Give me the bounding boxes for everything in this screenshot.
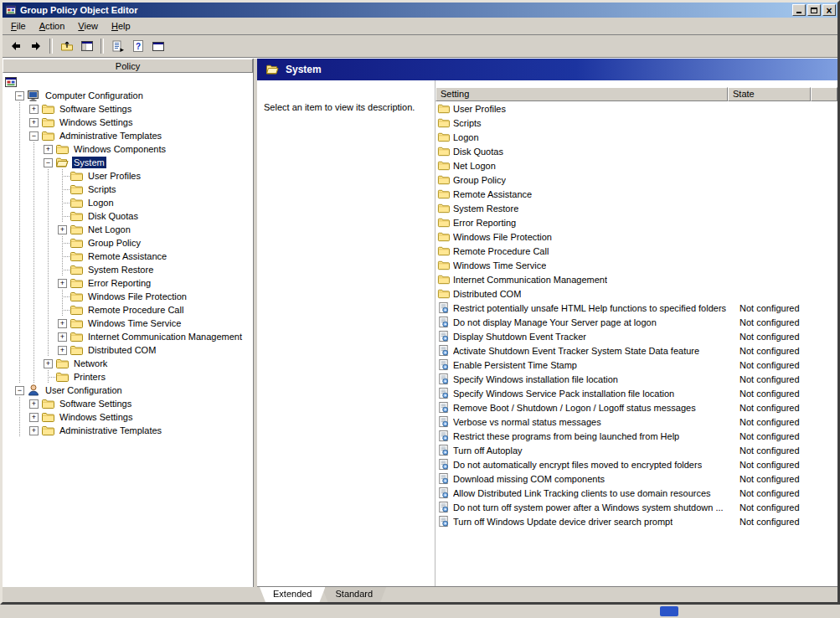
tree-item-net-logon[interactable]: +Net Logon <box>3 223 253 236</box>
up-one-level-icon[interactable] <box>57 37 76 55</box>
collapse-icon[interactable]: − <box>13 384 27 397</box>
tree-item-label[interactable]: Administrative Templates <box>58 130 163 142</box>
tree-item-windows-time-service[interactable]: +Windows Time Service <box>3 317 253 330</box>
setting-name[interactable]: Logon <box>453 132 479 142</box>
menu-item-file[interactable]: File <box>4 19 33 33</box>
setting-name[interactable]: Allow Distributed Link Tracking clients … <box>453 488 711 498</box>
list-row-setting[interactable]: Specify Windows Service Pack installatio… <box>435 386 837 400</box>
tree-item-label[interactable]: Windows File Protection <box>86 291 188 302</box>
setting-name[interactable]: Remove Boot / Shutdown / Logon / Logoff … <box>453 403 696 413</box>
tree-item-label[interactable]: Distributed COM <box>86 344 157 356</box>
setting-name[interactable]: Restrict potentially unsafe HTML Help fu… <box>453 303 726 313</box>
list-row-setting[interactable]: Verbose vs normal status messagesNot con… <box>435 415 837 429</box>
tree-item-label[interactable]: Windows Settings <box>58 116 134 128</box>
list-row-folder[interactable]: Windows Time Service <box>435 258 837 272</box>
list-row-setting[interactable]: Download missing COM componentsNot confi… <box>435 471 837 486</box>
tree-item-label[interactable]: Internet Communication Management <box>86 331 244 342</box>
tree-item-system[interactable]: −System <box>3 156 253 169</box>
setting-name[interactable]: Turn off Windows Update device driver se… <box>453 517 673 527</box>
forward-icon[interactable] <box>26 37 45 55</box>
expand-icon[interactable]: + <box>41 357 55 370</box>
tree-item-disk-quotas[interactable]: Disk Quotas <box>3 209 253 223</box>
tree-item-windows-file-protection[interactable]: Windows File Protection <box>3 290 253 303</box>
menu-item-help[interactable]: Help <box>105 19 137 33</box>
tree-item-administrative-templates[interactable]: +Administrative Templates <box>3 424 253 437</box>
list-row-setting[interactable]: Turn off Windows Update device driver se… <box>435 514 837 528</box>
tree-item-distributed-com[interactable]: +Distributed COM <box>3 343 253 357</box>
expand-icon[interactable]: + <box>55 343 70 357</box>
tree-item-administrative-templates[interactable]: −Administrative Templates <box>3 129 253 142</box>
list-row-folder[interactable]: Disk Quotas <box>435 144 837 158</box>
list-row-setting[interactable]: Remove Boot / Shutdown / Logon / Logoff … <box>435 400 837 415</box>
tree-item-label[interactable]: User Configuration <box>44 384 124 396</box>
tree-item-label[interactable]: System Restore <box>86 264 155 276</box>
expand-icon[interactable]: + <box>27 102 41 116</box>
tree-item-remote-procedure-call[interactable]: Remote Procedure Call <box>3 303 253 317</box>
tree-item-label[interactable]: Administrative Templates <box>58 425 163 436</box>
expand-icon[interactable]: + <box>55 276 70 290</box>
setting-name[interactable]: Specify Windows Service Pack installatio… <box>453 389 674 399</box>
setting-name[interactable]: Do not turn off system power after a Win… <box>453 502 724 512</box>
setting-name[interactable]: Do not automatically encrypt files moved… <box>453 460 702 470</box>
list-row-folder[interactable]: Remote Assistance <box>435 187 837 201</box>
tab-extended[interactable]: Extended <box>260 587 325 602</box>
setting-name[interactable]: Scripts <box>453 118 482 128</box>
setting-name[interactable]: Windows Time Service <box>453 260 546 270</box>
list-row-setting[interactable]: Activate Shutdown Event Tracker System S… <box>435 343 837 358</box>
list-row-folder[interactable]: Scripts <box>435 116 837 130</box>
close-button[interactable] <box>822 4 836 16</box>
setting-name[interactable]: Distributed COM <box>453 289 521 299</box>
export-list-icon[interactable] <box>108 37 127 55</box>
setting-name[interactable]: Do not display Manage Your Server page a… <box>453 317 657 327</box>
show-hide-console-tree-icon[interactable] <box>77 37 96 55</box>
tree-item-label[interactable]: Windows Components <box>72 143 167 155</box>
list-row-setting[interactable]: Restrict these programs from being launc… <box>435 429 837 443</box>
setting-name[interactable]: Internet Communication Management <box>453 275 607 285</box>
expand-icon[interactable]: + <box>55 317 70 330</box>
column-header-setting[interactable]: Setting <box>435 87 728 101</box>
setting-name[interactable]: Windows File Protection <box>453 232 552 242</box>
list-row-folder[interactable]: Internet Communication Management <box>435 272 837 286</box>
expand-icon[interactable]: + <box>41 142 55 156</box>
menu-item-view[interactable]: View <box>71 19 105 33</box>
expand-icon[interactable]: + <box>55 330 70 343</box>
setting-name[interactable]: System Restore <box>453 203 518 214</box>
tree-item-label[interactable]: Remote Assistance <box>86 250 168 262</box>
taskbar-fragment[interactable] <box>660 606 678 616</box>
tree-item-internet-communication-management[interactable]: +Internet Communication Management <box>3 330 253 343</box>
tree-item-root[interactable] <box>3 75 253 89</box>
tree-item-group-policy[interactable]: Group Policy <box>3 236 253 250</box>
expand-icon[interactable]: + <box>27 397 41 410</box>
expand-icon[interactable]: + <box>55 223 70 236</box>
list-row-folder[interactable]: Group Policy <box>435 173 837 187</box>
list-row-setting[interactable]: Enable Persistent Time StampNot configur… <box>435 358 837 372</box>
list-row-setting[interactable]: Display Shutdown Event TrackerNot config… <box>435 329 837 343</box>
tree-item-label[interactable]: Printers <box>72 371 107 383</box>
tree-item-network[interactable]: +Network <box>3 357 253 370</box>
tree-item-label[interactable]: Windows Settings <box>58 411 134 423</box>
list-row-folder[interactable]: Distributed COM <box>435 286 837 301</box>
tree-item-error-reporting[interactable]: +Error Reporting <box>3 276 253 290</box>
tree-item-remote-assistance[interactable]: Remote Assistance <box>3 250 253 263</box>
tree-item-label[interactable]: Software Settings <box>58 103 133 115</box>
setting-name[interactable]: Download missing COM components <box>453 474 605 484</box>
list-row-folder[interactable]: System Restore <box>435 201 837 215</box>
tree-item-computer-configuration[interactable]: −Computer Configuration <box>3 89 253 102</box>
setting-name[interactable]: Display Shutdown Event Tracker <box>453 332 586 342</box>
list-row-setting[interactable]: Restrict potentially unsafe HTML Help fu… <box>435 301 837 315</box>
tree-item-label[interactable]: Net Logon <box>86 224 132 235</box>
column-header-state[interactable]: State <box>728 87 811 101</box>
setting-name[interactable]: Turn off Autoplay <box>453 445 523 456</box>
tree-item-label[interactable]: Windows Time Service <box>86 317 183 329</box>
setting-name[interactable]: Activate Shutdown Event Tracker System S… <box>453 346 699 356</box>
list-row-folder[interactable]: User Profiles <box>435 101 837 116</box>
tree-item-label[interactable]: System <box>72 157 106 168</box>
setting-name[interactable]: Error Reporting <box>453 218 516 228</box>
tree-item-label[interactable]: Group Policy <box>86 237 142 249</box>
list-row-folder[interactable]: Net Logon <box>435 158 837 173</box>
expand-icon[interactable]: + <box>27 424 41 437</box>
tree-item-windows-settings[interactable]: +Windows Settings <box>3 410 253 424</box>
list-row-setting[interactable]: Allow Distributed Link Tracking clients … <box>435 486 837 500</box>
tree-item-user-profiles[interactable]: User Profiles <box>3 169 253 183</box>
tree-item-label[interactable]: Software Settings <box>58 398 133 409</box>
